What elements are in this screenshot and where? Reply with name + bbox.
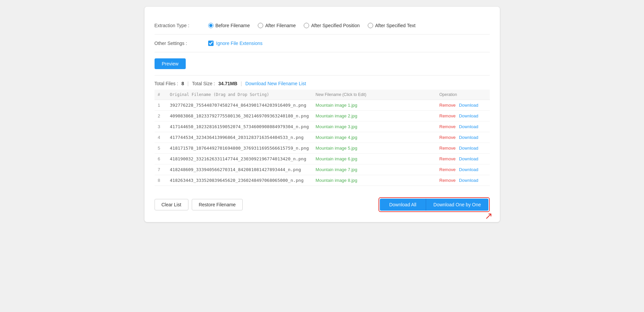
- clear-list-button[interactable]: Clear List: [155, 199, 188, 210]
- row-download-button[interactable]: Download: [459, 156, 478, 161]
- radio-after-filename-label: After Filename: [265, 23, 296, 28]
- row-download-button[interactable]: Download: [459, 146, 478, 151]
- cell-operation: RemoveDownload: [436, 154, 490, 164]
- remove-button[interactable]: Remove: [440, 103, 456, 108]
- radio-after-text[interactable]: After Specified Text: [368, 23, 415, 28]
- cell-new-filename[interactable]: Mountain image 3.jpg: [312, 121, 436, 132]
- table-row: 1392776228_7554487074582744_864390174420…: [155, 100, 490, 111]
- preview-section: Preview: [155, 52, 490, 75]
- cell-operation: RemoveDownload: [436, 121, 490, 132]
- table-row: 2409083868_10233792775580136_30214697093…: [155, 111, 490, 121]
- restore-filename-button[interactable]: Restore Filename: [192, 199, 243, 210]
- table-row: 4417744534_323436413996864_2031283716354…: [155, 132, 490, 143]
- total-size-value: 34.71MB: [218, 81, 237, 86]
- row-download-button[interactable]: Download: [459, 113, 478, 118]
- th-operation: Operation: [436, 90, 490, 100]
- ignore-extensions-checkbox[interactable]: [208, 41, 214, 46]
- main-card: Extraction Type : Before Filename After …: [144, 7, 500, 222]
- row-download-button[interactable]: Download: [459, 124, 478, 129]
- stats-row: Total Files : 8 | Total Size : 34.71MB |…: [155, 75, 490, 90]
- cell-new-filename[interactable]: Mountain image 7.jpg: [312, 164, 436, 175]
- row-download-button[interactable]: Download: [459, 135, 478, 140]
- download-all-button[interactable]: Download All: [380, 199, 426, 211]
- row-download-button[interactable]: Download: [459, 178, 478, 183]
- cell-new-filename[interactable]: Mountain image 4.jpg: [312, 132, 436, 143]
- ignore-extensions-label: Ignore File Extensions: [216, 41, 263, 46]
- cell-num: 8: [155, 175, 167, 186]
- stats-divider-1: |: [187, 81, 189, 86]
- radio-before-filename[interactable]: Before Filename: [208, 23, 250, 28]
- cell-operation: RemoveDownload: [436, 111, 490, 121]
- table-row: 8418263443_333520839645620_2360248497068…: [155, 175, 490, 186]
- remove-button[interactable]: Remove: [440, 178, 456, 183]
- cell-new-filename[interactable]: Mountain image 6.jpg: [312, 154, 436, 164]
- table-header: # Original Filename (Drag and Drop Sorti…: [155, 90, 490, 100]
- table-row: 6418190032_3321626331147744_230309219677…: [155, 154, 490, 164]
- cell-original-filename: 417744534_323436413996864_20312837163544…: [167, 132, 312, 143]
- table-body: 1392776228_7554487074582744_864390174420…: [155, 100, 490, 186]
- radio-after-text-label: After Specified Text: [375, 23, 415, 28]
- cell-num: 4: [155, 132, 167, 143]
- cell-new-filename[interactable]: Mountain image 8.jpg: [312, 175, 436, 186]
- table-header-row: # Original Filename (Drag and Drop Sorti…: [155, 90, 490, 100]
- download-buttons-wrapper: Download All Download One by One ↗: [378, 197, 490, 212]
- radio-after-filename[interactable]: After Filename: [258, 23, 296, 28]
- remove-button[interactable]: Remove: [440, 113, 456, 118]
- remove-button[interactable]: Remove: [440, 156, 456, 161]
- bottom-bar: Clear List Restore Filename Download All…: [155, 189, 490, 212]
- cell-new-filename[interactable]: Mountain image 2.jpg: [312, 111, 436, 121]
- stats-divider-2: |: [241, 81, 242, 86]
- cell-original-filename: 392776228_7554487074582744_8643901744203…: [167, 100, 312, 111]
- ignore-extensions-checkbox-item[interactable]: Ignore File Extensions: [208, 41, 263, 46]
- th-original: Original Filename (Drag and Drop Sorting…: [167, 90, 312, 100]
- row-download-button[interactable]: Download: [459, 103, 478, 108]
- arrow-indicator: ↗: [485, 211, 492, 221]
- cell-num: 1: [155, 100, 167, 111]
- cell-original-filename: 418263443_333520839645620_23602484970680…: [167, 175, 312, 186]
- cell-original-filename: 417144650_10232816159052074_573460090808…: [167, 121, 312, 132]
- download-one-by-one-button[interactable]: Download One by One: [426, 199, 488, 211]
- total-size-label: Total Size :: [192, 81, 215, 86]
- cell-num: 6: [155, 154, 167, 164]
- radio-before-filename-label: Before Filename: [216, 23, 250, 28]
- bottom-right-buttons: Download All Download One by One ↗: [378, 197, 490, 212]
- cell-new-filename[interactable]: Mountain image 5.jpg: [312, 143, 436, 154]
- remove-button[interactable]: Remove: [440, 167, 456, 172]
- other-settings-label: Other Settings :: [155, 41, 208, 46]
- cell-operation: RemoveDownload: [436, 175, 490, 186]
- row-download-button[interactable]: Download: [459, 167, 478, 172]
- cell-operation: RemoveDownload: [436, 100, 490, 111]
- other-settings-section: Other Settings : Ignore File Extensions: [155, 35, 490, 52]
- total-files-label: Total Files :: [155, 81, 178, 86]
- th-num: #: [155, 90, 167, 100]
- th-newname: New Filename (Click to Edit): [312, 90, 436, 100]
- cell-new-filename[interactable]: Mountain image 1.jpg: [312, 100, 436, 111]
- total-files-value: 8: [181, 81, 184, 86]
- cell-original-filename: 418190032_3321626331147744_2303092196774…: [167, 154, 312, 164]
- cell-num: 3: [155, 121, 167, 132]
- cell-original-filename: 409083868_10233792775580136_302146970936…: [167, 111, 312, 121]
- radio-after-position-label: After Specified Position: [311, 23, 360, 28]
- extraction-type-label: Extraction Type :: [155, 23, 208, 28]
- cell-operation: RemoveDownload: [436, 164, 490, 175]
- file-table: # Original Filename (Drag and Drop Sorti…: [155, 90, 490, 186]
- extraction-type-section: Extraction Type : Before Filename After …: [155, 17, 490, 35]
- table-row: 7418248609_333940566270314_8420810814278…: [155, 164, 490, 175]
- cell-num: 5: [155, 143, 167, 154]
- radio-after-position[interactable]: After Specified Position: [304, 23, 360, 28]
- cell-operation: RemoveDownload: [436, 132, 490, 143]
- cell-original-filename: 418248609_333940566270314_84208108142789…: [167, 164, 312, 175]
- cell-original-filename: 418171578_10764492701694800_376931169556…: [167, 143, 312, 154]
- table-row: 5418171578_10764492701694800_37693116955…: [155, 143, 490, 154]
- cell-num: 2: [155, 111, 167, 121]
- download-list-link[interactable]: Download New Filename List: [245, 81, 306, 86]
- bottom-left-buttons: Clear List Restore Filename: [155, 199, 243, 210]
- cell-num: 7: [155, 164, 167, 175]
- remove-button[interactable]: Remove: [440, 146, 456, 151]
- preview-button[interactable]: Preview: [155, 58, 186, 69]
- table-row: 3417144650_10232816159052074_57346009080…: [155, 121, 490, 132]
- remove-button[interactable]: Remove: [440, 124, 456, 129]
- extraction-type-radio-group: Before Filename After Filename After Spe…: [208, 23, 416, 28]
- remove-button[interactable]: Remove: [440, 135, 456, 140]
- cell-operation: RemoveDownload: [436, 143, 490, 154]
